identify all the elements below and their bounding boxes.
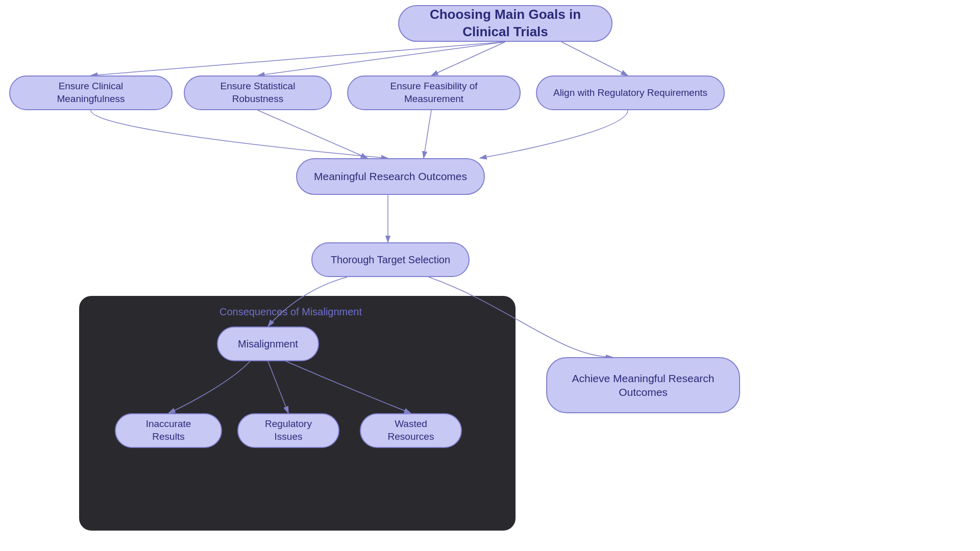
svg-line-3 — [431, 42, 505, 76]
node-statistical: Ensure Statistical Robustness — [184, 76, 332, 110]
node-wasted: Wasted Resources — [360, 413, 462, 448]
node-regulatory: Align with Regulatory Requirements — [536, 76, 725, 110]
consequences-label: Consequences of Misalignment — [219, 306, 362, 318]
node-reg-issues: Regulatory Issues — [237, 413, 339, 448]
node-achieve: Achieve Meaningful Research Outcomes — [546, 357, 740, 413]
node-meaningful: Meaningful Research Outcomes — [296, 158, 485, 195]
node-root: Choosing Main Goals in Clinical Trials — [398, 5, 612, 42]
svg-line-1 — [91, 42, 505, 76]
svg-line-6 — [424, 110, 431, 158]
node-thorough: Thorough Target Selection — [311, 242, 470, 277]
node-clinical: Ensure Clinical Meaningfulness — [9, 76, 173, 110]
svg-line-2 — [258, 42, 505, 76]
svg-line-5 — [258, 110, 368, 158]
node-feasibility: Ensure Feasibility of Measurement — [347, 76, 521, 110]
diagram-container: Consequences of Misalignment — [0, 0, 980, 551]
node-misalignment: Misalignment — [217, 327, 319, 361]
svg-line-4 — [561, 42, 628, 76]
node-inaccurate: Inaccurate Results — [115, 413, 222, 448]
